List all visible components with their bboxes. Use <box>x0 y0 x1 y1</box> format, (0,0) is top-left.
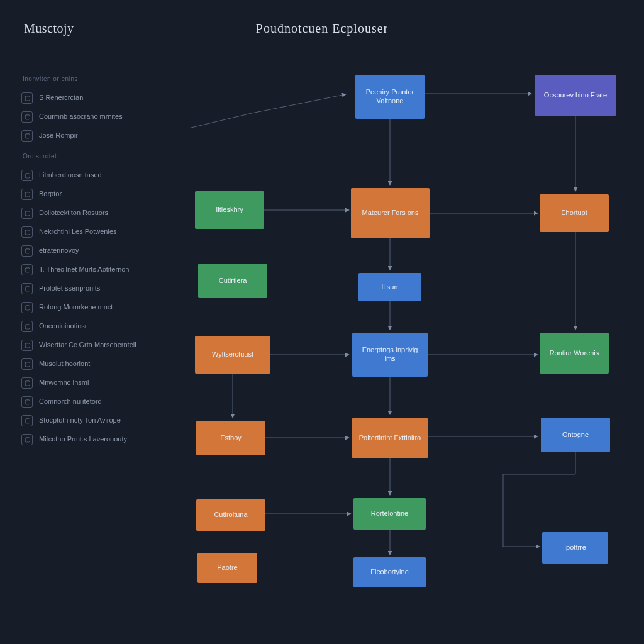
square-icon: ▢ <box>21 396 33 408</box>
sidebar-item[interactable]: ▢Mnwomnc Insml <box>18 374 175 392</box>
diagram-node-label: Peeniry Prantor Voitnone <box>360 88 419 106</box>
sidebar-item[interactable]: ▢Dollotcektiton Rosuors <box>18 204 175 223</box>
diagram-node-label: Ocsourev hino Erate <box>544 91 607 100</box>
sidebar-item-label: Wiserttar Cc Grta Marseberntell <box>39 341 136 350</box>
diagram-node-label: Iitieskhry <box>216 206 243 214</box>
sidebar-item-label: S Renercrctan <box>39 94 83 103</box>
diagram-node-n18[interactable]: Fleobortyine <box>353 557 426 587</box>
sidebar-item-label: Prolotet ssenpronits <box>39 284 100 293</box>
diagram-node-n8[interactable]: Wyltserctuust <box>195 336 270 374</box>
sidebar-item[interactable]: ▢Comnorch nu itetord <box>18 392 175 411</box>
sidebar-item[interactable]: ▢T. Threollnet Murts Aotiternon <box>18 260 175 279</box>
diagram-node-label: Ontogne <box>562 431 589 440</box>
diagram-node-label: Ipottrre <box>564 543 586 552</box>
sidebar-item-label: Nekrchtini Les Potwenies <box>39 228 117 236</box>
sidebar-item-label: Jose Rompir <box>39 131 78 140</box>
sidebar-item-label: Borptor <box>39 190 62 199</box>
diagram-node-n2[interactable]: Ocsourev hino Erate <box>535 75 616 116</box>
sidebar-item[interactable]: ▢Jose Rompir <box>18 126 175 145</box>
diagram-node-label: Cutiroltuna <box>214 511 247 519</box>
diagram-node-label: Itisurr <box>381 283 399 292</box>
docs-icon: ▢ <box>21 208 33 219</box>
diagram-node-n12[interactable]: Poitertirtint Exttinitro <box>352 418 428 458</box>
diagram-node-n1[interactable]: Peeniry Prantor Voitnone <box>355 75 425 119</box>
sidebar-item[interactable]: ▢Litmberd oosn tased <box>18 166 175 185</box>
diagram-node-n5[interactable]: Ehortupt <box>540 194 609 232</box>
sidebar-item[interactable]: ▢Onceniuinotinsr <box>18 317 175 336</box>
diagram-node-label: Rontiur Worenis <box>550 349 599 358</box>
sidebar-item[interactable]: ▢Rotong Momrkene mnct <box>18 298 175 317</box>
diagram-node-n14[interactable]: Cutiroltuna <box>196 499 265 531</box>
sidebar-section-a: Inonviten or enins <box>23 75 175 82</box>
sidebar-item-label: Mitcotno Prmt.s Laveronouty <box>39 435 127 444</box>
module-icon: ▢ <box>21 434 33 445</box>
diagram-node-label: Enerptngs Inprivig ims <box>357 346 423 364</box>
sidebar-item-label: T. Threollnet Murts Aotiternon <box>39 265 129 274</box>
rocket-icon: ▢ <box>21 283 33 294</box>
archive-icon: ▢ <box>21 415 33 426</box>
diagram-node-n15[interactable]: Rortelontine <box>353 498 426 530</box>
sidebar-item-label: Rotong Momrkene mnct <box>39 303 113 312</box>
diagram-node-label: Fleobortyine <box>370 568 409 577</box>
diagram-node-n9[interactable]: Enerptngs Inprivig ims <box>352 333 428 377</box>
diagram-node-label: Cutirtiera <box>219 277 247 286</box>
panel-icon: ▢ <box>21 226 33 238</box>
folder-icon: ▢ <box>21 340 33 351</box>
diagram-node-n4[interactable]: Mateurer Fors ons <box>351 188 430 238</box>
sidebar-item-label: Onceniuinotinsr <box>39 322 87 331</box>
sidebar-item-label: Stocptotn ncty Ton Avirope <box>39 416 121 425</box>
diagram-node-label: Paotre <box>217 564 237 572</box>
sidebar-section-b: Ordiscrotet: <box>23 153 175 160</box>
book-icon: ▢ <box>21 245 33 257</box>
sidebar-item[interactable]: ▢Stocptotn ncty Ton Avirope <box>18 411 175 430</box>
sidebar-item[interactable]: ▢Prolotet ssenpronits <box>18 279 175 298</box>
pencil-icon: ▢ <box>21 130 33 142</box>
tag-icon: ▢ <box>21 264 33 275</box>
page-title: Poudnotcuen Ecplouser <box>0 21 644 36</box>
flag-icon: ▢ <box>21 170 33 181</box>
gear-icon: ▢ <box>21 92 33 104</box>
sidebar-item-label: etraterinovoy <box>39 247 79 255</box>
sidebar-item-label: Courmnb asocrano mrnites <box>39 113 123 121</box>
diagram-canvas[interactable]: Peeniry Prantor VoitnoneOcsourev hino Er… <box>176 59 641 638</box>
heart-icon: ▢ <box>21 302 33 313</box>
sidebar-item[interactable]: ▢Borptor <box>18 185 175 204</box>
sidebar-item-label: Dollotcektiton Rosuors <box>39 209 108 218</box>
diagram-node-n11[interactable]: Estboy <box>196 421 265 455</box>
sidebar-item-label: Litmberd oosn tased <box>39 171 102 180</box>
diagram-node-n16[interactable]: Ipottrre <box>542 532 608 564</box>
header-divider <box>19 53 638 53</box>
diagram-node-label: Wyltserctuust <box>212 350 253 359</box>
sidebar-item-label: Comnorch nu itetord <box>39 397 102 406</box>
sidebar-item-label: Musolut hooriont <box>39 360 90 369</box>
sidebar-item[interactable]: ▢etraterinovoy <box>18 242 175 260</box>
diagram-node-label: Ehortupt <box>561 209 587 218</box>
diagram-node-label: Estboy <box>220 434 242 443</box>
diagram-node-label: Mateurer Fors ons <box>362 209 419 218</box>
sidebar-item[interactable]: ▢Nekrchtini Les Potwenies <box>18 223 175 242</box>
diagram-node-n10[interactable]: Rontiur Worenis <box>540 333 609 374</box>
sidebar-item[interactable]: ▢Wiserttar Cc Grta Marseberntell <box>18 336 175 355</box>
diagram-node-label: Rortelontine <box>371 509 408 518</box>
sidebar: Inonviten or enins ▢S Renercrctan▢Courmn… <box>18 68 175 449</box>
diagram-node-label: Poitertirtint Exttinitro <box>359 434 421 443</box>
sidebar-item[interactable]: ▢Courmnb asocrano mrnites <box>18 108 175 126</box>
diagram-node-n13[interactable]: Ontogne <box>541 418 610 452</box>
chart-icon: ▢ <box>21 377 33 389</box>
ticket-icon: ▢ <box>21 189 33 200</box>
diagram-node-n17[interactable]: Paotre <box>197 553 257 583</box>
database-icon: ▢ <box>21 111 33 123</box>
diagram-node-n7[interactable]: Itisurr <box>358 273 421 301</box>
diagram-node-n6[interactable]: Cutirtiera <box>198 264 267 298</box>
sidebar-item-label: Mnwomnc Insml <box>39 379 89 387</box>
sidebar-item[interactable]: ▢Mitcotno Prmt.s Laveronouty <box>18 430 175 449</box>
sidebar-item[interactable]: ▢Musolut hooriont <box>18 355 175 374</box>
diagram-node-n3[interactable]: Iitieskhry <box>195 191 264 229</box>
sidebar-item[interactable]: ▢S Renercrctan <box>18 89 175 108</box>
cube-icon: ▢ <box>21 321 33 332</box>
wand-icon: ▢ <box>21 358 33 370</box>
